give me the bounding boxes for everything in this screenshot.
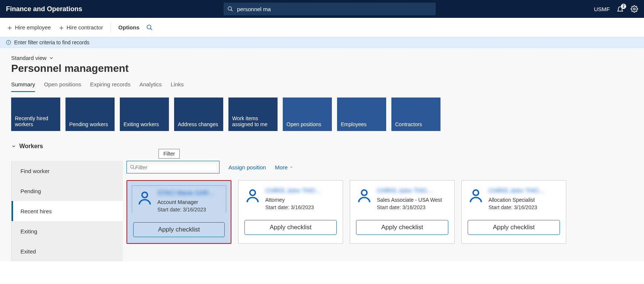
apply-checklist-button[interactable]: Apply checklist — [244, 220, 337, 235]
chevron-down-icon — [289, 165, 294, 169]
svg-line-4 — [150, 28, 152, 30]
workers-section: Workers Find workerPendingRecent hiresEx… — [11, 143, 633, 261]
apply-checklist-button[interactable]: Apply checklist — [356, 220, 448, 235]
svg-point-11 — [250, 190, 256, 195]
worker-start-date: Start date: 3/16/2023 — [488, 204, 560, 210]
card-text: STACI Marie GAR…Account ManagerStart dat… — [157, 189, 221, 213]
svg-point-3 — [147, 25, 151, 29]
sidenav-item-recent-hires[interactable]: Recent hires — [12, 201, 123, 221]
search-icon — [130, 165, 135, 170]
tile-recently-hired-workers[interactable]: Recently hired workers — [11, 98, 60, 131]
hire-contractor-label: Hire contractor — [67, 24, 103, 31]
plus-icon: ＋ — [58, 24, 65, 31]
card-text: CHRIS John THO…Allocation SpecialistStar… — [488, 187, 560, 210]
svg-line-1 — [231, 10, 233, 11]
page-title: Personnel management — [11, 63, 633, 74]
svg-line-9 — [133, 168, 135, 169]
hire-employee-button[interactable]: ＋ Hire employee — [6, 24, 51, 31]
tile-pending-workers[interactable]: Pending workers — [65, 98, 115, 131]
worker-card[interactable]: CHRIS John THO…AttorneyStart date: 3/16/… — [238, 180, 343, 244]
sidenav-item-exiting[interactable]: Exiting — [12, 221, 123, 241]
card-text: CHRIS John THO…Sales Associate - USA Wes… — [377, 187, 448, 210]
section-title: Workers — [19, 143, 43, 150]
tile-work-items-assigned-to-me[interactable]: Work items assigned to me — [228, 98, 278, 131]
tab-analytics[interactable]: Analytics — [140, 79, 162, 92]
svg-point-7 — [9, 41, 9, 42]
worker-role: Account Manager — [157, 199, 221, 205]
tab-expiring-records[interactable]: Expiring records — [90, 79, 130, 92]
filter-tooltip: Filter — [158, 149, 180, 159]
divider — [110, 22, 111, 33]
tile-employees[interactable]: Employees — [337, 98, 386, 131]
card-body: CHRIS John THO…Sales Associate - USA Wes… — [356, 187, 448, 210]
tile-address-changes[interactable]: Address changes — [174, 98, 223, 131]
assign-position-button[interactable]: Assign position — [228, 164, 266, 170]
person-icon — [468, 187, 484, 210]
company-code[interactable]: USMF — [594, 6, 610, 12]
tile-exiting-workers[interactable]: Exiting workers — [120, 98, 169, 131]
info-bar: Enter filter criteria to find records — [0, 37, 644, 48]
global-search[interactable] — [224, 3, 436, 15]
filter-box[interactable] — [126, 161, 220, 173]
card-body: STACI Marie GAR…Account ManagerStart dat… — [132, 185, 226, 213]
worker-start-date: Start date: 3/16/2023 — [157, 207, 221, 213]
gear-icon[interactable] — [631, 5, 638, 13]
person-icon — [244, 187, 261, 210]
card-body: CHRIS John THO…AttorneyStart date: 3/16/… — [244, 187, 337, 210]
workers-heading[interactable]: Workers — [11, 143, 633, 150]
tab-strip: SummaryOpen positionsExpiring recordsAna… — [11, 79, 633, 92]
worker-role: Sales Associate - USA West — [377, 197, 448, 203]
notifications-button[interactable]: 2 — [616, 5, 624, 13]
worker-card[interactable]: STACI Marie GAR…Account ManagerStart dat… — [126, 180, 231, 244]
tiles-row: Recently hired workersPending workersExi… — [11, 98, 633, 131]
tab-open-positions[interactable]: Open positions — [44, 79, 81, 92]
options-button[interactable]: Options — [118, 24, 140, 31]
apply-checklist-button[interactable]: Apply checklist — [133, 222, 225, 237]
svg-point-0 — [228, 7, 231, 10]
info-message: Enter filter criteria to find records — [14, 39, 89, 45]
workers-body: Find workerPendingRecent hiresExitingExi… — [11, 161, 633, 261]
worker-start-date: Start date: 3/16/2023 — [377, 204, 448, 210]
person-icon — [137, 189, 153, 213]
sidenav-item-find-worker[interactable]: Find worker — [12, 161, 123, 181]
sidenav-item-pending[interactable]: Pending — [12, 181, 123, 201]
action-bar: ＋ Hire employee ＋ Hire contractor Option… — [0, 18, 644, 37]
chevron-down-icon — [11, 144, 16, 149]
more-label: More — [275, 164, 288, 170]
workers-toolbar: Assign position More — [126, 161, 633, 173]
worker-name[interactable]: CHRIS John THO… — [488, 187, 560, 195]
worker-name[interactable]: CHRIS John THO… — [377, 187, 448, 195]
notification-badge: 2 — [621, 4, 626, 9]
worker-card[interactable]: CHRIS John THO…Allocation SpecialistStar… — [461, 180, 566, 244]
svg-point-10 — [142, 192, 148, 198]
more-button[interactable]: More — [275, 164, 294, 170]
sidenav-item-exited[interactable]: Exited — [12, 241, 123, 261]
worker-role: Allocation Specialist — [488, 197, 560, 203]
svg-point-13 — [473, 190, 479, 195]
worker-card[interactable]: CHRIS John THO…Sales Associate - USA Wes… — [350, 180, 455, 244]
worker-role: Attorney — [265, 197, 337, 203]
tile-contractors[interactable]: Contractors — [391, 98, 440, 131]
page-search-button[interactable] — [146, 24, 153, 31]
tab-summary[interactable]: Summary — [11, 79, 35, 92]
svg-point-2 — [634, 8, 635, 10]
apply-checklist-button[interactable]: Apply checklist — [468, 220, 560, 235]
person-icon — [356, 187, 372, 210]
hire-employee-label: Hire employee — [15, 24, 51, 31]
filter-input[interactable] — [135, 164, 216, 170]
workers-main: Filter Assign position More — [123, 161, 633, 261]
worker-start-date: Start date: 3/16/2023 — [265, 204, 337, 210]
worker-name[interactable]: CHRIS John THO… — [265, 187, 337, 195]
card-body: CHRIS John THO…Allocation SpecialistStar… — [468, 187, 560, 210]
tab-links[interactable]: Links — [171, 79, 184, 92]
search-icon — [227, 6, 233, 12]
svg-point-12 — [362, 190, 367, 195]
global-search-input[interactable] — [233, 6, 432, 12]
hire-contractor-button[interactable]: ＋ Hire contractor — [58, 24, 103, 31]
workers-sidenav: Find workerPendingRecent hiresExitingExi… — [11, 161, 123, 261]
view-selector[interactable]: Standard view — [11, 55, 633, 61]
card-text: CHRIS John THO…AttorneyStart date: 3/16/… — [265, 187, 337, 210]
tile-open-positions[interactable]: Open positions — [283, 98, 332, 131]
worker-name[interactable]: STACI Marie GAR… — [157, 189, 221, 197]
worker-cards: STACI Marie GAR…Account ManagerStart dat… — [126, 180, 633, 244]
